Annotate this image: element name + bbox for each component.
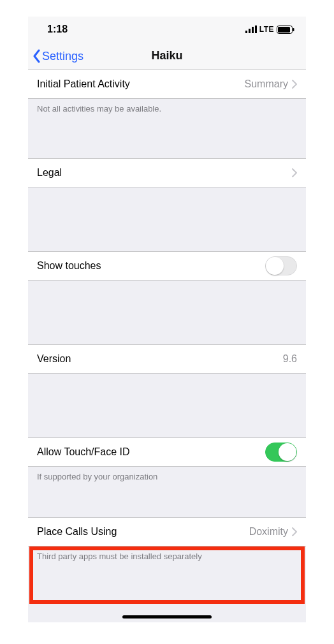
row-label: Show touches	[37, 260, 101, 272]
place-calls-footer: Third party apps must be installed separ…	[28, 546, 306, 561]
status-time: 1:18	[47, 24, 68, 35]
battery-icon	[277, 26, 294, 34]
status-right: LTE	[245, 25, 294, 34]
home-indicator[interactable]	[122, 615, 212, 618]
show-touches-switch[interactable]	[265, 256, 297, 275]
svg-rect-3	[255, 26, 257, 33]
svg-rect-6	[293, 28, 294, 31]
group-gap	[28, 374, 306, 437]
group-gap	[28, 187, 306, 251]
group-gap	[28, 481, 306, 517]
cellular-signal-icon	[245, 26, 257, 33]
back-label: Settings	[42, 50, 84, 63]
initial-activity-footer: Not all activities may be available.	[28, 99, 306, 113]
status-bar: 1:18 LTE	[28, 17, 306, 42]
row-label: Legal	[37, 167, 62, 179]
row-label: Version	[37, 353, 71, 365]
svg-rect-2	[252, 27, 254, 33]
svg-rect-5	[278, 27, 290, 33]
page-title: Haiku	[151, 49, 182, 62]
group-gap	[28, 281, 306, 344]
row-label: Allow Touch/Face ID	[37, 446, 130, 458]
nav-bar: Settings Haiku	[28, 42, 306, 70]
svg-rect-0	[245, 31, 247, 33]
row-value: 9.6	[283, 353, 297, 365]
svg-rect-1	[249, 29, 250, 33]
row-legal[interactable]: Legal	[28, 158, 306, 187]
group-gap	[28, 113, 306, 158]
allow-touch-face-id-switch[interactable]	[265, 443, 297, 462]
row-value: Summary	[245, 78, 288, 90]
network-type: LTE	[259, 25, 274, 34]
chevron-right-icon	[292, 527, 297, 536]
row-value: Doximity	[249, 526, 288, 538]
row-show-touches[interactable]: Show touches	[28, 251, 306, 281]
back-button[interactable]: Settings	[32, 42, 84, 70]
chevron-right-icon	[292, 168, 297, 177]
row-place-calls-using[interactable]: Place Calls Using Doximity	[28, 517, 306, 546]
app-frame: 1:18 LTE Settings Haiku In	[28, 17, 306, 622]
row-version: Version 9.6	[28, 344, 306, 374]
chevron-left-icon	[32, 49, 41, 63]
allow-touch-face-id-footer: If supported by your organization	[28, 467, 306, 481]
chevron-right-icon	[292, 80, 297, 89]
row-allow-touch-face-id[interactable]: Allow Touch/Face ID	[28, 437, 306, 467]
row-label: Initial Patient Activity	[37, 78, 130, 90]
row-initial-patient-activity[interactable]: Initial Patient Activity Summary	[28, 70, 306, 99]
row-label: Place Calls Using	[37, 526, 117, 538]
